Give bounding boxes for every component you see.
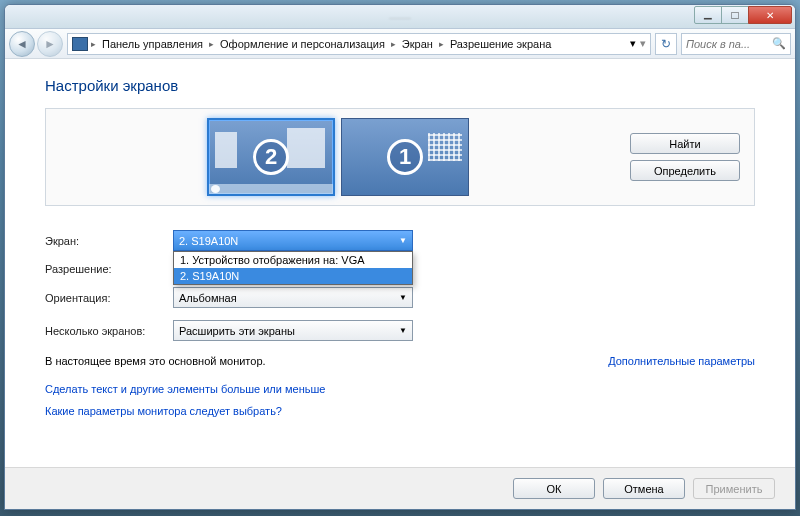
title-blur: —— [389, 11, 411, 23]
breadcrumb-item[interactable]: Оформление и персонализация [217, 36, 388, 52]
settings-form: Экран: 2. S19A10N ▼ 1. Устройство отобра… [45, 230, 755, 341]
identify-button[interactable]: Определить [630, 160, 740, 181]
cancel-button[interactable]: Отмена [603, 478, 685, 499]
display-combo[interactable]: 2. S19A10N ▼ 1. Устройство отображения н… [173, 230, 413, 251]
monitor-thumb-2[interactable]: 2 [207, 118, 335, 196]
find-button[interactable]: Найти [630, 133, 740, 154]
apply-button[interactable]: Применить [693, 478, 775, 499]
resolution-label: Разрешение: [45, 263, 173, 275]
window-decoration [287, 128, 325, 168]
window-controls [695, 6, 792, 24]
monitor-thumb-1[interactable]: 1 [341, 118, 469, 196]
start-orb-decoration [211, 185, 220, 193]
taskbar-decoration [209, 184, 333, 194]
search-icon: 🔍 [772, 37, 786, 50]
history-dropdown-icon: ▾ [640, 37, 646, 50]
ok-button[interactable]: ОК [513, 478, 595, 499]
refresh-icon: ↻ [661, 37, 671, 51]
nav-buttons: ◄ ► [9, 31, 63, 57]
window: —— ◄ ► ▸ Панель управления ▸ Оформление … [4, 4, 796, 510]
status-row: В настоящее время это основной монитор. … [45, 355, 755, 367]
navbar: ◄ ► ▸ Панель управления ▸ Оформление и п… [5, 29, 795, 59]
chevron-down-icon: ▾ [630, 37, 636, 50]
orientation-label: Ориентация: [45, 292, 173, 304]
dialog-footer: ОК Отмена Применить [5, 467, 795, 509]
combo-value: 2. S19A10N [179, 235, 238, 247]
breadcrumb-item[interactable]: Панель управления [99, 36, 206, 52]
chevron-right-icon[interactable]: ▸ [90, 39, 97, 49]
dropdown-option[interactable]: 2. S19A10N [174, 268, 412, 284]
combo-value: Альбомная [179, 292, 237, 304]
chevron-down-icon: ▼ [399, 326, 407, 335]
monitor-help-link[interactable]: Какие параметры монитора следует выбрать… [45, 405, 755, 417]
combo-value: Расширить эти экраны [179, 325, 295, 337]
breadcrumb-dropdown[interactable]: ▾ ▾ [630, 37, 646, 50]
search-input[interactable] [686, 38, 769, 50]
close-button[interactable] [748, 6, 792, 24]
search-box[interactable]: 🔍 [681, 33, 791, 55]
advanced-settings-link[interactable]: Дополнительные параметры [608, 355, 755, 367]
window-decoration [215, 132, 237, 168]
forward-button[interactable]: ► [37, 31, 63, 57]
text-size-link[interactable]: Сделать текст и другие элементы больше и… [45, 383, 755, 395]
breadcrumb-item[interactable]: Экран [399, 36, 436, 52]
primary-monitor-status: В настоящее время это основной монитор. [45, 355, 266, 367]
multiple-displays-combo[interactable]: Расширить эти экраны ▼ [173, 320, 413, 341]
chevron-right-icon[interactable]: ▸ [390, 39, 397, 49]
multi-label: Несколько экранов: [45, 325, 173, 337]
page-title: Настройки экранов [45, 77, 755, 94]
chevron-right-icon[interactable]: ▸ [208, 39, 215, 49]
display-label: Экран: [45, 235, 173, 247]
display-dropdown: 1. Устройство отображения на: VGA 2. S19… [173, 251, 413, 285]
grid-decoration [428, 133, 462, 161]
dropdown-option[interactable]: 1. Устройство отображения на: VGA [174, 252, 412, 268]
breadcrumb[interactable]: ▸ Панель управления ▸ Оформление и персо… [67, 33, 651, 55]
monitors-preview[interactable]: 2 1 [60, 118, 616, 196]
help-links: Сделать текст и другие элементы больше и… [45, 383, 755, 417]
chevron-down-icon: ▼ [399, 293, 407, 302]
orientation-combo[interactable]: Альбомная ▼ [173, 287, 413, 308]
monitor-number: 1 [387, 139, 423, 175]
breadcrumb-item[interactable]: Разрешение экрана [447, 36, 554, 52]
chevron-right-icon[interactable]: ▸ [438, 39, 445, 49]
monitor-number: 2 [253, 139, 289, 175]
titlebar[interactable]: —— [5, 5, 795, 29]
chevron-down-icon: ▼ [399, 236, 407, 245]
back-button[interactable]: ◄ [9, 31, 35, 57]
monitors-preview-block: 2 1 Найти Определить [45, 108, 755, 206]
side-buttons: Найти Определить [630, 133, 740, 181]
minimize-button[interactable] [694, 6, 722, 24]
control-panel-icon [72, 37, 88, 51]
maximize-button[interactable] [721, 6, 749, 24]
content-area: Настройки экранов 2 1 Найти Определить [5, 59, 795, 467]
refresh-button[interactable]: ↻ [655, 33, 677, 55]
